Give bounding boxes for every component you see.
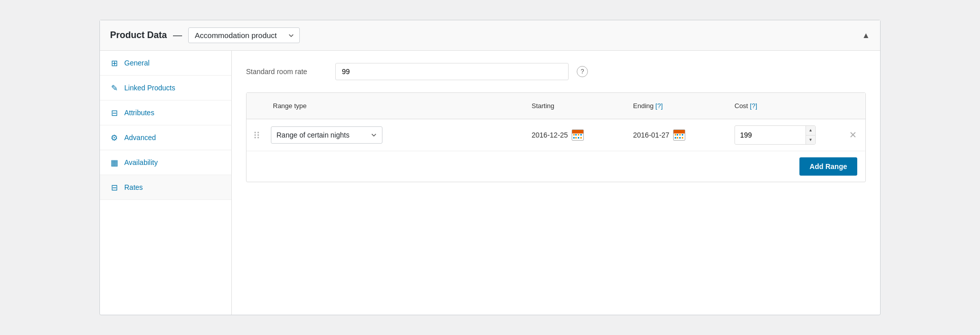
room-rate-row: Standard room rate ? bbox=[246, 63, 866, 80]
svg-point-3 bbox=[258, 135, 259, 136]
svg-point-4 bbox=[255, 137, 256, 139]
col-drag bbox=[247, 98, 267, 114]
add-range-button[interactable]: Add Range bbox=[799, 157, 857, 176]
sidebar-item-linked-products[interactable]: ✎ Linked Products bbox=[100, 76, 231, 100]
product-data-panel: Product Data — Accommodation product Sim… bbox=[99, 20, 881, 315]
cost-help-link[interactable]: [?] bbox=[750, 102, 757, 110]
sidebar-item-availability[interactable]: ▦ Availability bbox=[100, 150, 231, 175]
sidebar-label-attributes: Attributes bbox=[124, 109, 154, 117]
panel-body: ⊞ General ✎ Linked Products ⊟ Attributes… bbox=[100, 51, 880, 315]
cost-cell: ▲ ▼ bbox=[728, 123, 840, 147]
sidebar-label-rates: Rates bbox=[124, 183, 143, 191]
svg-point-5 bbox=[258, 137, 259, 139]
remove-row-button[interactable]: ✕ bbox=[840, 127, 865, 143]
col-remove bbox=[840, 98, 865, 114]
ending-date-cell: 2016-01-27 bbox=[627, 126, 728, 144]
col-cost: Cost [?] bbox=[728, 98, 840, 114]
cost-increment-button[interactable]: ▲ bbox=[806, 126, 815, 136]
cost-field: ▲ ▼ bbox=[734, 125, 816, 145]
attributes-icon: ⊟ bbox=[109, 108, 119, 118]
col-ending: Ending [?] bbox=[627, 98, 728, 114]
sidebar-item-rates[interactable]: ⊟ Rates bbox=[100, 175, 231, 200]
cost-input[interactable] bbox=[735, 127, 806, 143]
link-icon: ✎ bbox=[109, 83, 119, 93]
range-type-select[interactable]: Range of certain nights Date range Speci… bbox=[271, 126, 382, 144]
product-type-select[interactable]: Accommodation product Simple product Gro… bbox=[188, 27, 300, 43]
starting-calendar-icon[interactable] bbox=[571, 128, 584, 142]
rates-icon: ⊟ bbox=[109, 182, 119, 192]
sidebar-item-attributes[interactable]: ⊟ Attributes bbox=[100, 100, 231, 125]
panel-dash: — bbox=[173, 30, 182, 41]
table-row: Range of certain nights Date range Speci… bbox=[247, 119, 865, 151]
panel-header-left: Product Data — Accommodation product Sim… bbox=[110, 27, 300, 43]
gear-icon: ⚙ bbox=[109, 132, 119, 143]
panel-header: Product Data — Accommodation product Sim… bbox=[100, 20, 880, 51]
starting-date-cell: 2016-12-25 bbox=[526, 126, 627, 144]
room-rate-help-icon[interactable]: ? bbox=[577, 66, 588, 77]
table-footer: Add Range bbox=[247, 151, 865, 182]
sidebar-label-availability: Availability bbox=[124, 158, 158, 166]
range-table-header: Range type Starting Ending [?] Cost [?] bbox=[247, 93, 865, 119]
sidebar-label-general: General bbox=[124, 59, 150, 67]
ending-date-text: 2016-01-27 bbox=[633, 131, 670, 139]
main-content: Standard room rate ? Range type Starting… bbox=[232, 51, 880, 315]
svg-point-1 bbox=[258, 132, 259, 133]
room-rate-label: Standard room rate bbox=[246, 68, 327, 76]
sidebar-item-advanced[interactable]: ⚙ Advanced bbox=[100, 125, 231, 150]
panel-title: Product Data bbox=[110, 30, 167, 41]
sidebar-label-advanced: Advanced bbox=[124, 133, 156, 142]
collapse-icon[interactable]: ▲ bbox=[862, 31, 870, 40]
cost-decrement-button[interactable]: ▼ bbox=[806, 136, 815, 145]
sidebar: ⊞ General ✎ Linked Products ⊟ Attributes… bbox=[100, 51, 232, 315]
cost-spinners: ▲ ▼ bbox=[806, 126, 815, 144]
sidebar-label-linked-products: Linked Products bbox=[124, 84, 175, 92]
col-range-type: Range type bbox=[267, 98, 526, 114]
room-rate-input[interactable] bbox=[335, 63, 569, 80]
drag-handle[interactable] bbox=[247, 130, 267, 140]
sidebar-item-general[interactable]: ⊞ General bbox=[100, 51, 231, 76]
col-starting: Starting bbox=[526, 98, 627, 114]
calendar-icon: ▦ bbox=[109, 157, 119, 168]
starting-date-text: 2016-12-25 bbox=[532, 131, 568, 139]
svg-point-2 bbox=[255, 135, 256, 136]
range-type-cell: Range of certain nights Date range Speci… bbox=[267, 124, 526, 146]
ending-help-link[interactable]: [?] bbox=[655, 102, 662, 110]
grid-icon: ⊞ bbox=[109, 58, 119, 68]
svg-point-0 bbox=[255, 132, 256, 133]
ending-calendar-icon[interactable] bbox=[673, 128, 686, 142]
range-table: Range type Starting Ending [?] Cost [?] bbox=[246, 92, 866, 182]
